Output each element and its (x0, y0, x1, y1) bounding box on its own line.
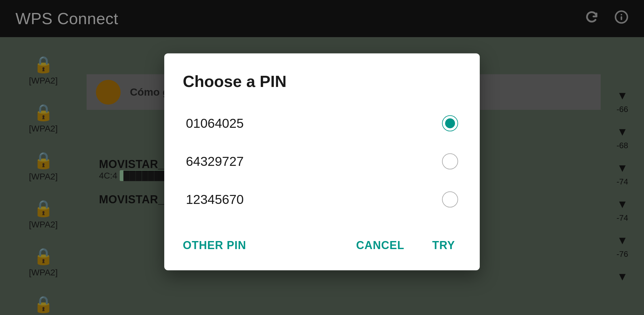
pin-option-2[interactable]: 64329727 (183, 144, 461, 179)
dialog-options: 01064025 64329727 12345670 (183, 106, 461, 217)
dialog-btn-group: CANCEL TRY (350, 236, 461, 255)
cancel-button[interactable]: CANCEL (350, 236, 410, 255)
pin-value-2: 64329727 (186, 154, 244, 169)
radio-button-2[interactable] (442, 153, 458, 170)
pin-value-3: 12345670 (186, 192, 244, 207)
pin-value-1: 01064025 (186, 116, 244, 131)
pin-option-3[interactable]: 12345670 (183, 182, 461, 217)
dialog-title: Choose a PIN (183, 72, 461, 91)
try-button[interactable]: TRY (426, 236, 461, 255)
radio-button-1[interactable] (442, 115, 458, 132)
choose-pin-dialog: Choose a PIN 01064025 64329727 12345670 … (164, 54, 480, 270)
radio-button-3[interactable] (442, 192, 458, 208)
pin-option-1[interactable]: 01064025 (183, 106, 461, 141)
dialog-actions: OTHER PIN CANCEL TRY (183, 233, 461, 255)
other-pin-button[interactable]: OTHER PIN (183, 236, 246, 255)
